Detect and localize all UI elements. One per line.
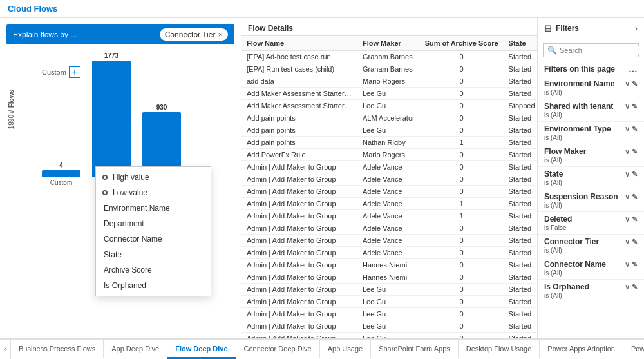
filter-item-header[interactable]: Environment Name ∨ ✎ [544,79,638,88]
filter-item-header[interactable]: Is Orphaned ∨ ✎ [544,282,638,291]
filter-item-header[interactable]: State ∨ ✎ [544,170,638,179]
connector-tier-chip[interactable]: Connector Tier × [160,28,228,41]
cell-flow-name: Admin | Add Maker to Group [242,320,357,333]
cell-state: Stopped [504,100,537,112]
menu-environment-name[interactable]: Environment Name [96,200,211,216]
bar-custom-value: 4 [59,162,63,169]
filter-chevron-icon[interactable]: ∨ [625,148,630,156]
table-row[interactable]: Admin | Add Maker to Group Lee Gu 0 Star… [242,284,537,296]
menu-connector-name[interactable]: Connector Name [96,231,211,247]
filter-chevron-icon[interactable]: ∨ [625,125,630,133]
filter-item-header[interactable]: Deleted ∨ ✎ [544,215,638,224]
filter-chevron-icon[interactable]: ∨ [625,238,630,246]
filter-edit-icon[interactable]: ✎ [632,170,638,179]
cell-archive-score: 0 [420,247,504,259]
filter-chevron-icon[interactable]: ∨ [625,260,630,269]
table-row[interactable]: [EPA] Ad-hoc test case run Graham Barnes… [242,51,537,63]
filter-item-header[interactable]: Connector Name ∨ ✎ [544,260,638,269]
tab-prev-button[interactable]: ‹ [0,340,11,359]
table-row[interactable]: Admin | Add Maker to Group Lee Gu 0 Star… [242,320,537,333]
menu-low-value[interactable]: Low value [96,185,211,200]
cell-flow-maker: Lee Gu [357,88,420,100]
flow-table[interactable]: Flow Name Flow Maker Sum of Archive Scor… [242,36,537,338]
table-row[interactable]: Add PowerFx Rule Mario Rogers 0 Started … [242,149,537,161]
filter-item-header[interactable]: Suspension Reason ∨ ✎ [544,192,638,201]
custom-row-label: Custom [42,68,66,76]
table-row[interactable]: Admin | Add Maker to Group Hannes Niemi … [242,259,537,271]
table-row[interactable]: Add pain points Nathan Rigby 1 Started a… [242,137,537,149]
filter-edit-icon[interactable]: ✎ [632,238,638,246]
table-row[interactable]: Admin | Add Maker to Group Adele Vance 0… [242,247,537,259]
filter-item-header[interactable]: Connector Tier ∨ ✎ [544,237,638,246]
menu-archive-score[interactable]: Archive Score [96,262,211,278]
filter-edit-icon[interactable]: ✎ [632,125,638,133]
tab-power-apps-adoption[interactable]: Power Apps Adoption [540,340,623,359]
explain-label: Explain flows by ... [13,30,77,39]
tab-app-usage[interactable]: App Usage [320,340,371,359]
filter-edit-icon[interactable]: ✎ [632,260,638,269]
tab-flow-deep-dive[interactable]: Flow Deep Dive [167,340,236,359]
filter-edit-icon[interactable]: ✎ [632,283,638,291]
filter-item-header[interactable]: Environment Type ∨ ✎ [544,124,638,133]
table-row[interactable]: Admin | Add Maker to Group Lee Gu 0 Star… [242,308,537,320]
col-flow-maker[interactable]: Flow Maker [357,36,420,51]
filter-edit-icon[interactable]: ✎ [632,148,638,156]
filters-more-icon[interactable]: … [629,64,638,74]
filter-edit-icon[interactable]: ✎ [632,80,638,88]
col-archive-score[interactable]: Sum of Archive Score [420,36,504,51]
table-row[interactable]: Admin | Add Maker to Group Lee Gu 0 Star… [242,333,537,339]
tab-desktop-flow-usage[interactable]: Desktop Flow Usage [459,340,540,359]
low-value-icon [102,190,108,195]
filter-search-box[interactable]: 🔍 [543,43,639,57]
flow-data-table: Flow Name Flow Maker Sum of Archive Scor… [242,36,537,338]
filters-chevron-icon[interactable]: › [635,24,638,33]
add-custom-button[interactable]: + [69,66,80,78]
filter-chevron-icon[interactable]: ∨ [625,215,630,224]
bar-custom[interactable]: 4 Custom [42,162,80,186]
table-row[interactable]: Add Maker Assessment Starter Data Lee Gu… [242,100,537,112]
filter-chevron-icon[interactable]: ∨ [625,170,630,179]
filter-search-input[interactable] [560,46,644,54]
table-row[interactable]: Admin | Add Maker to Group Lee Gu 0 Star… [242,296,537,308]
menu-is-orphaned[interactable]: Is Orphaned [96,278,211,293]
filter-item-header[interactable]: Flow Maker ∨ ✎ [544,147,638,156]
cell-flow-name: Admin | Add Maker to Group [242,333,357,339]
table-row[interactable]: Admin | Add Maker to Group Hannes Niemi … [242,271,537,284]
table-row[interactable]: Admin | Add Maker to Group Adele Vance 1… [242,210,537,222]
filter-chevron-icon[interactable]: ∨ [625,193,630,201]
menu-high-value[interactable]: High value [96,170,211,185]
tab-sharepoint-form-apps[interactable]: SharePoint Form Apps [371,340,459,359]
cell-state: Started [504,173,537,186]
filter-edit-icon[interactable]: ✎ [632,102,638,111]
col-flow-name[interactable]: Flow Name [242,36,357,51]
menu-state[interactable]: State [96,247,211,262]
filter-chevron-icon[interactable]: ∨ [625,80,630,88]
table-row[interactable]: Admin | Add Maker to Group Adele Vance 0… [242,161,537,173]
filter-edit-icon[interactable]: ✎ [632,193,638,201]
tab-app-deep-dive[interactable]: App Deep Dive [104,340,167,359]
table-row[interactable]: Add pain points Lee Gu 0 Started coe-inn… [242,124,537,137]
filter-item-header[interactable]: Shared with tenant ∨ ✎ [544,102,638,111]
tab-power[interactable]: Power [623,340,644,359]
filter-edit-icon[interactable]: ✎ [632,215,638,224]
table-row[interactable]: add data Mario Rogers 0 Started creator-… [242,75,537,88]
table-row[interactable]: Admin | Add Maker to Group Adele Vance 0… [242,186,537,198]
filter-chevron-icon[interactable]: ∨ [625,283,630,291]
col-state[interactable]: State [504,36,537,51]
chip-close-icon[interactable]: × [218,30,223,39]
filter-chevron-icon[interactable]: ∨ [625,102,630,111]
tab-connector-deep-dive[interactable]: Connector Deep Dive [236,340,320,359]
cell-state: Started [504,137,537,149]
table-row[interactable]: Add pain points ALM Accelerator 0 Starte… [242,112,537,124]
cell-flow-name: Admin | Add Maker to Group [242,308,357,320]
cell-flow-maker: Mario Rogers [357,149,420,161]
tab-business-process-flows[interactable]: Business Process Flows [11,340,104,359]
table-row[interactable]: Admin | Add Maker to Group Adele Vance 0… [242,235,537,247]
table-row[interactable]: [EPA] Run test cases (child) Graham Barn… [242,63,537,75]
menu-department[interactable]: Department [96,216,211,231]
table-row[interactable]: Admin | Add Maker to Group Adele Vance 0… [242,173,537,186]
table-row[interactable]: Admin | Add Maker to Group Adele Vance 0… [242,222,537,235]
table-row[interactable]: Add Maker Assessment Starter Data Lee Gu… [242,88,537,100]
filter-item: Is Orphaned ∨ ✎ is (All) [538,280,644,302]
table-row[interactable]: Admin | Add Maker to Group Adele Vance 1… [242,198,537,210]
